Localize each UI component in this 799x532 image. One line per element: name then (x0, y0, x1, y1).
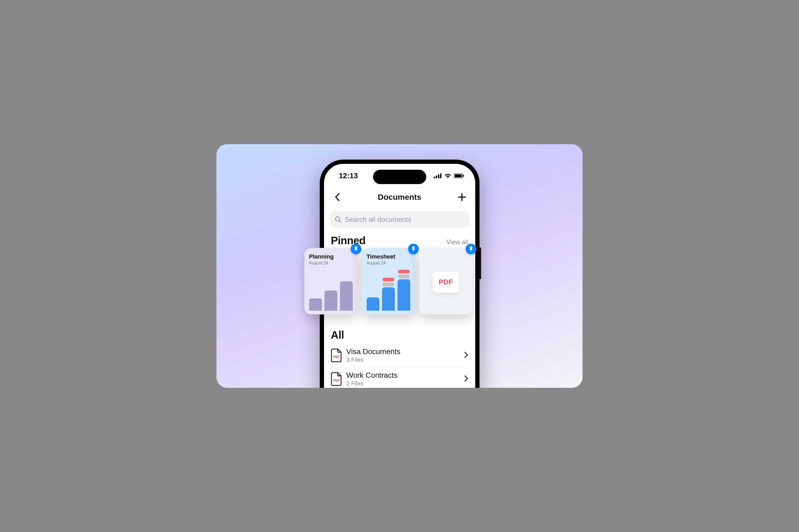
plus-icon (458, 193, 466, 201)
status-time: 12:13 (339, 172, 358, 180)
search-icon (335, 216, 342, 223)
document-row[interactable]: PDF Work Contracts 2 Files (331, 367, 468, 388)
document-name: Work Contracts (346, 371, 460, 380)
pin-badge (408, 244, 419, 254)
card-title: Planning (309, 253, 353, 260)
pin-badge (351, 244, 361, 254)
svg-rect-1 (436, 175, 437, 178)
svg-text:PDF: PDF (333, 379, 340, 382)
nav-bar: Documents (324, 188, 475, 206)
page-title: Documents (343, 193, 456, 202)
wifi-icon (444, 173, 451, 178)
bar-chart-icon (309, 269, 353, 311)
pdf-file-icon: PDF (331, 372, 342, 386)
pinned-cards-row: Planning August 24 Timesheet August 24 P… (304, 248, 473, 315)
add-button[interactable] (456, 191, 468, 203)
svg-rect-0 (434, 177, 435, 178)
all-heading: All (331, 329, 468, 341)
pin-icon (469, 246, 473, 252)
pin-icon (353, 246, 358, 252)
pdf-badge: PDF (433, 271, 459, 292)
chevron-left-icon (334, 193, 340, 201)
document-subtitle: 3 Files (346, 357, 460, 363)
chevron-right-icon (464, 375, 468, 383)
svg-rect-5 (455, 174, 462, 177)
svg-rect-2 (438, 174, 439, 178)
document-name: Visa Documents (346, 347, 460, 356)
pinned-card-pdf[interactable]: PDF (419, 248, 473, 315)
dynamic-island (373, 170, 426, 184)
bar-chart-icon (367, 269, 410, 311)
card-title: Timesheet (367, 253, 410, 260)
back-button[interactable] (331, 191, 343, 203)
pinned-card-timesheet[interactable]: Timesheet August 24 (362, 248, 415, 315)
pin-icon (411, 246, 416, 252)
app-preview-canvas: 12:13 Documents (216, 144, 583, 388)
search-placeholder: Search all documents (345, 215, 411, 224)
svg-rect-3 (440, 173, 441, 178)
view-all-link[interactable]: View all (446, 238, 468, 246)
svg-text:PDF: PDF (333, 355, 340, 359)
document-subtitle: 2 Files (346, 380, 460, 387)
pdf-file-icon: PDF (331, 348, 342, 362)
pinned-heading: Pinned (331, 234, 366, 247)
cellular-icon (434, 173, 442, 178)
search-input[interactable]: Search all documents (330, 211, 469, 228)
pin-badge (466, 244, 476, 254)
document-row[interactable]: PDF Visa Documents 3 Files (331, 344, 468, 367)
battery-icon (454, 173, 464, 178)
pinned-card-planning[interactable]: Planning August 24 (304, 248, 358, 315)
chevron-right-icon (464, 352, 468, 359)
card-date: August 24 (367, 261, 410, 265)
svg-rect-6 (463, 175, 464, 177)
card-date: August 24 (309, 261, 353, 265)
